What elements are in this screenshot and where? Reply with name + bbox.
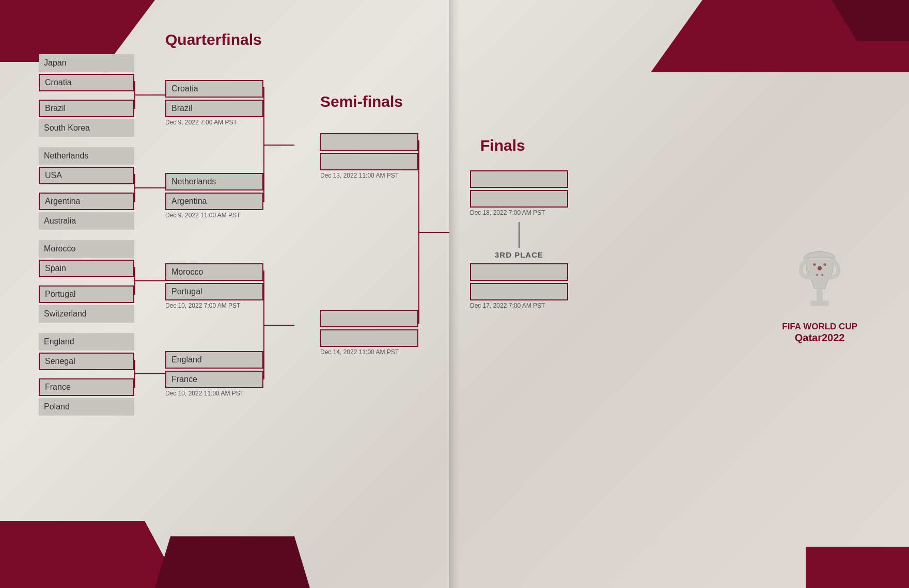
line-h-g2 [134,187,165,188]
qf-team-croatia: Croatia [165,80,263,98]
r16-team-portugal-1: Portugal [39,285,134,303]
r16-team-france-1: France [39,378,134,396]
line-h-finals [418,232,449,233]
qf-team-france: France [165,371,263,388]
line-h-g4 [134,373,165,374]
fifa-trophy-icon [799,245,840,317]
svg-rect-1 [817,289,823,301]
finals-date: Dec 18, 2022 7:00 AM PST [470,209,545,216]
qf-team-netherlands: Netherlands [165,173,263,190]
svg-rect-2 [810,300,829,306]
qf-date-4: Dec 10, 2022 11:00 AM PST [165,390,244,397]
fifa-text-line1: FIFA WORLD CUP [782,321,857,331]
sf-date-2: Dec 14, 2022 11:00 AM PST [320,348,399,356]
qf-team-england: England [165,351,263,369]
sf-team-2b [320,329,418,347]
qf-date-3: Dec 10, 2022 7:00 AM PST [165,302,240,309]
third-place-label: 3RD PLACE [470,250,568,259]
svg-point-3 [818,266,822,270]
r16-team-senegal: Senegal [39,353,134,370]
r16-team-usa: USA [39,167,134,184]
line-h-g3 [134,280,165,281]
qf-team-portugal: Portugal [165,283,263,300]
qf-team-argentina: Argentina [165,193,263,210]
sf-team-1b [320,153,418,170]
third-place-team-2 [470,283,568,300]
qf-date-1: Dec 9, 2022 7:00 AM PST [165,119,237,126]
qf-team-brazil: Brazil [165,100,263,117]
semifinals-title: Semi-finals [320,93,403,110]
quarterfinals-title: Quarterfinals [165,31,262,49]
r16-team-switzerland: Switzerland [39,305,134,323]
finals-team-1 [470,170,568,188]
r16-team-argentina-1: Argentina [39,193,134,210]
r16-team-spain: Spain [39,260,134,277]
line-h-sf-2 [263,325,294,326]
svg-point-5 [824,263,826,266]
fifa-logo-area: FIFA WORLD CUP Qatar2022 [782,245,857,343]
finals-team-2 [470,190,568,208]
line-h-sf-1 [263,145,294,146]
fifa-text-line2: Qatar2022 [795,331,845,343]
r16-team-brazil-1: Brazil [39,100,134,117]
third-place-arrow [519,222,520,248]
r16-team-croatia-1: Croatia [39,74,134,91]
svg-point-4 [813,263,816,266]
line-h-g1 [134,94,165,96]
r16-team-england-1: England [39,333,134,351]
third-place-team-1 [470,263,568,281]
r16-team-morocco-1: Morocco [39,240,134,258]
third-place-date: Dec 17, 2022 7:00 AM PST [470,302,545,309]
r16-team-poland: Poland [39,398,134,416]
r16-team-netherlands-1: Netherlands [39,147,134,165]
r16-team-southkorea: South Korea [39,119,134,137]
finals-title: Finals [480,137,525,154]
qf-date-2: Dec 9, 2022 11:00 AM PST [165,212,240,219]
r16-team-japan: Japan [39,54,134,72]
qf-team-morocco: Morocco [165,263,263,281]
svg-point-7 [821,274,823,276]
r16-team-australia: Australia [39,212,134,230]
sf-team-2a [320,310,418,327]
svg-point-6 [816,274,818,276]
sf-date-1: Dec 13, 2022 11:00 AM PST [320,172,399,179]
sf-team-1a [320,133,418,151]
